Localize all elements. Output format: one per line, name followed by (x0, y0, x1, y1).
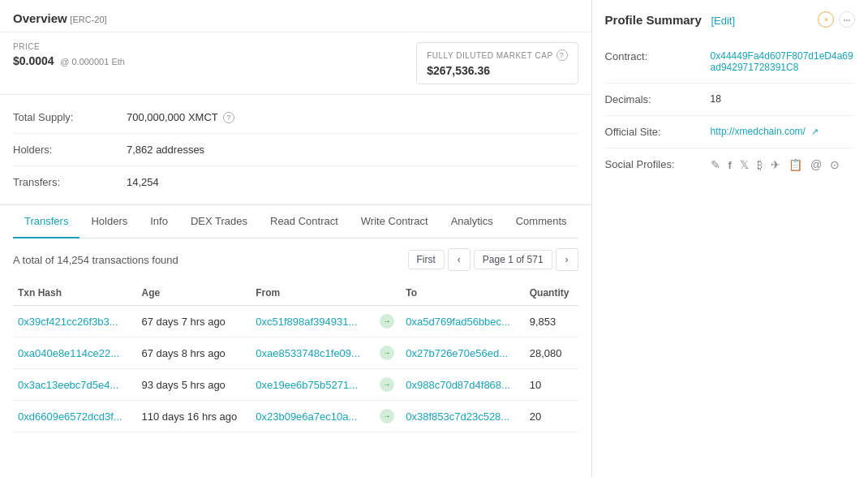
email-icon[interactable]: @ (810, 158, 822, 171)
age-cell: 110 days 16 hrs ago (137, 401, 251, 432)
col-quantity: Quantity (525, 281, 578, 306)
tab-read-contract[interactable]: Read Contract (259, 205, 350, 238)
total-supply-label: Total Supply: (13, 111, 127, 123)
from-link[interactable]: 0xae8533748c1fe09... (256, 347, 360, 359)
profile-sun-icon[interactable]: ☀ (818, 11, 834, 28)
overview-subtitle: [ERC-20] (70, 15, 106, 24)
quantity-cell: 10 (525, 369, 578, 401)
market-cap-help-icon[interactable]: ? (556, 49, 568, 61)
facebook-icon[interactable]: f (728, 159, 732, 171)
transactions-table: Txn Hash Age From To Quantity 0x39cf421c… (13, 281, 578, 432)
transfer-arrow-icon: → (380, 314, 394, 329)
col-arrow (375, 281, 402, 306)
table-row: 0x3ac13eebc7d5e4... 93 days 5 hrs ago 0x… (13, 369, 578, 401)
overview-title: Overview (13, 11, 67, 25)
txn-hash-link[interactable]: 0xa040e8e114ce22... (18, 347, 119, 359)
age-cell: 93 days 5 hrs ago (137, 369, 251, 401)
table-summary-text: A total of 14,254 transactions found (13, 254, 178, 266)
age-cell: 67 days 7 hrs ago (137, 306, 251, 337)
bitcoin-icon[interactable]: ₿ (757, 158, 763, 171)
prev-page-button[interactable]: ‹ (448, 248, 471, 271)
age-cell: 67 days 8 hrs ago (137, 337, 251, 369)
txn-hash-link[interactable]: 0x3ac13eebc7d5e4... (18, 379, 118, 391)
tabs: Transfers Holders Info DEX Trades Read C… (13, 205, 578, 238)
contract-link[interactable]: 0x44449Fa4d607F807d1eD4a69ad942971728391… (711, 50, 853, 73)
to-link[interactable]: 0x27b726e70e56ed... (406, 347, 508, 359)
table-row: 0xa040e8e114ce22... 67 days 8 hrs ago 0x… (13, 337, 578, 369)
price-label: PRICE (13, 42, 403, 51)
col-age: Age (137, 281, 251, 306)
pagination: First ‹ Page 1 of 571 › (408, 248, 578, 271)
contract-row: Contract: 0x44449Fa4d607F807d1eD4a69ad94… (605, 41, 855, 84)
txn-hash-link[interactable]: 0xd6609e6572dcd3f... (18, 410, 122, 423)
quantity-cell: 20 (525, 401, 578, 432)
other-icon[interactable]: ⊙ (830, 158, 840, 171)
social-profiles-row: Social Profiles: ✎ f 𝕏 ₿ ✈ 📋 @ ⊙ (605, 148, 855, 181)
tab-comments[interactable]: Comments (505, 205, 578, 238)
price-value: $0.0004 (13, 54, 54, 67)
official-site-row: Official Site: http://xmedchain.com/ ↗ (605, 116, 855, 148)
contract-label: Contract: (605, 50, 711, 62)
page-info: Page 1 of 571 (474, 250, 552, 269)
tab-info[interactable]: Info (139, 205, 179, 238)
edit-social-icon[interactable]: ✎ (711, 158, 720, 171)
to-link[interactable]: 0x988c70d87d4f868... (406, 379, 510, 391)
tab-dex-trades[interactable]: DEX Trades (179, 205, 259, 238)
social-icons-container: ✎ f 𝕏 ₿ ✈ 📋 @ ⊙ (711, 158, 840, 171)
holders-label: Holders: (13, 144, 127, 156)
col-to: To (401, 281, 525, 306)
quantity-cell: 9,853 (525, 306, 578, 337)
from-link[interactable]: 0x23b09e6a7ec10a... (256, 410, 357, 423)
decimals-value: 18 (711, 93, 721, 105)
transfers-label: Transfers: (13, 176, 127, 188)
table-row: 0xd6609e6572dcd3f... 110 days 16 hrs ago… (13, 401, 578, 432)
quantity-cell: 28,080 (525, 337, 578, 369)
col-txn-hash: Txn Hash (13, 281, 137, 306)
twitter-icon[interactable]: 𝕏 (740, 158, 749, 171)
profile-edit-link[interactable]: [Edit] (711, 15, 735, 27)
price-eth: @ 0.000001 Eth (60, 57, 125, 67)
transfer-arrow-icon: → (380, 346, 394, 360)
transfers-value: 14,254 (127, 176, 159, 188)
reddit-icon[interactable]: 📋 (789, 158, 802, 171)
transfer-arrow-icon: → (380, 377, 394, 392)
from-link[interactable]: 0xe19ee6b75b5271... (256, 379, 358, 391)
social-profiles-label: Social Profiles: (605, 158, 711, 170)
decimals-row: Decimals: 18 (605, 84, 855, 116)
tab-holders[interactable]: Holders (79, 205, 139, 238)
market-cap-value: $267,536.36 (427, 64, 567, 77)
table-row: 0x39cf421cc26f3b3... 67 days 7 hrs ago 0… (13, 306, 578, 337)
to-link[interactable]: 0xa5d769fad56bbec... (406, 316, 510, 328)
total-supply-value: 700,000,000 XMCT (127, 111, 218, 123)
tab-write-contract[interactable]: Write Contract (350, 205, 440, 238)
tab-analytics[interactable]: Analytics (440, 205, 505, 238)
decimals-label: Decimals: (605, 93, 711, 105)
from-link[interactable]: 0xc51f898af394931... (256, 316, 357, 328)
col-from: From (251, 281, 375, 306)
tab-transfers[interactable]: Transfers (13, 205, 79, 238)
first-page-button[interactable]: First (408, 250, 445, 269)
profile-title: Profile Summary (605, 13, 702, 27)
to-link[interactable]: 0x38f853c7d23c528... (406, 410, 509, 423)
market-cap-label: FULLY DILUTED MARKET CAP (427, 51, 552, 60)
transfer-arrow-icon: → (380, 409, 394, 423)
external-link-icon: ↗ (811, 127, 819, 136)
profile-more-icon[interactable]: ••• (839, 11, 855, 28)
official-site-label: Official Site: (605, 126, 711, 138)
next-page-button[interactable]: › (556, 248, 578, 271)
total-supply-help-icon[interactable]: ? (223, 112, 234, 123)
txn-hash-link[interactable]: 0x39cf421cc26f3b3... (18, 316, 118, 328)
holders-value: 7,862 addresses (127, 144, 204, 156)
telegram-icon[interactable]: ✈ (771, 158, 780, 171)
official-site-link[interactable]: http://xmedchain.com/ (711, 126, 806, 137)
